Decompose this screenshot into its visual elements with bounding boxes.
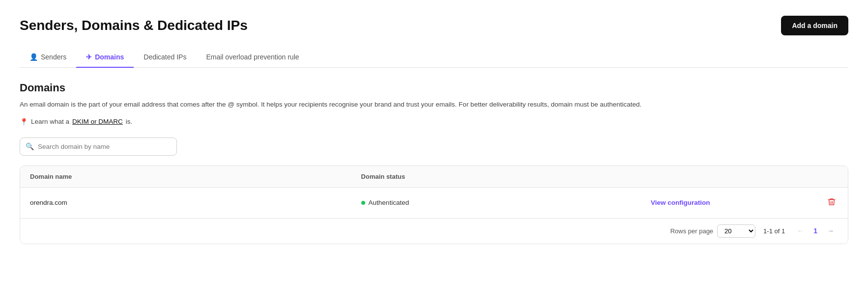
- location-icon: 📍: [20, 118, 28, 126]
- view-config-cell: View configuration: [641, 187, 807, 218]
- col-header-delete: [807, 166, 848, 188]
- search-input[interactable]: [20, 138, 177, 156]
- col-header-domain-name: Domain name: [20, 166, 351, 188]
- domains-table: Domain name Domain status orendra.com Au…: [20, 166, 848, 244]
- learn-link-row: 📍 Learn what a DKIM or DMARC is.: [20, 118, 848, 126]
- pagination-range: 1-1 of 1: [763, 227, 785, 235]
- next-page-button[interactable]: →: [823, 225, 838, 237]
- domain-status-cell: Authenticated: [351, 187, 641, 218]
- section-title: Domains: [20, 82, 848, 94]
- table-header-row: Domain name Domain status: [20, 166, 848, 188]
- page-1-button[interactable]: 1: [810, 225, 821, 237]
- domain-name-cell: orendra.com: [20, 187, 351, 218]
- tab-email-overload[interactable]: Email overload prevention rule: [196, 47, 309, 68]
- search-icon: 🔍: [26, 142, 34, 150]
- prev-page-button[interactable]: ←: [793, 225, 808, 237]
- page-header: Senders, Domains & Dedicated IPs Add a d…: [20, 16, 848, 35]
- pagination-buttons: ← 1 →: [793, 225, 838, 237]
- status-text: Authenticated: [369, 199, 409, 206]
- col-header-action: [641, 166, 807, 188]
- delete-cell: [807, 187, 848, 218]
- table-row: orendra.com Authenticated View configura…: [20, 187, 848, 218]
- senders-icon: 👤: [29, 53, 38, 61]
- tab-domains[interactable]: ✈ Domains: [76, 47, 134, 68]
- col-header-domain-status: Domain status: [351, 166, 641, 188]
- status-dot: [361, 201, 365, 205]
- search-wrapper: 🔍: [20, 138, 177, 156]
- table-footer: Rows per page 10 20 50 100 1-1 of 1 ← 1 …: [20, 218, 848, 244]
- trash-icon: [827, 197, 836, 206]
- rows-per-page: Rows per page 10 20 50 100: [670, 224, 755, 238]
- tab-dedicated-ips[interactable]: Dedicated IPs: [134, 47, 196, 68]
- domains-icon: ✈: [86, 53, 92, 61]
- section-description: An email domain is the part of your emai…: [20, 99, 848, 110]
- view-configuration-link[interactable]: View configuration: [651, 199, 710, 206]
- add-domain-button[interactable]: Add a domain: [781, 16, 848, 35]
- tabs-nav: 👤 Senders ✈ Domains Dedicated IPs Email …: [20, 47, 848, 68]
- delete-domain-button[interactable]: [825, 195, 838, 210]
- page-title: Senders, Domains & Dedicated IPs: [20, 18, 248, 33]
- tab-senders[interactable]: 👤 Senders: [20, 47, 76, 68]
- dkim-dmarc-link[interactable]: DKIM or DMARC: [72, 118, 123, 125]
- rows-per-page-select[interactable]: 10 20 50 100: [717, 224, 755, 238]
